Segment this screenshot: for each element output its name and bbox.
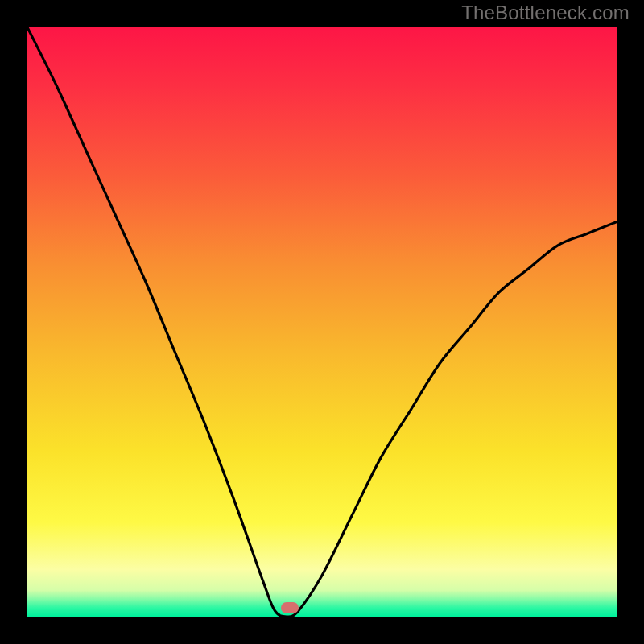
plot-area — [27, 27, 617, 617]
attribution-label: TheBottleneck.com — [461, 2, 630, 24]
bottleneck-curve — [27, 27, 617, 617]
optimal-point-marker — [281, 602, 299, 613]
chart-frame: TheBottleneck.com — [0, 0, 644, 644]
